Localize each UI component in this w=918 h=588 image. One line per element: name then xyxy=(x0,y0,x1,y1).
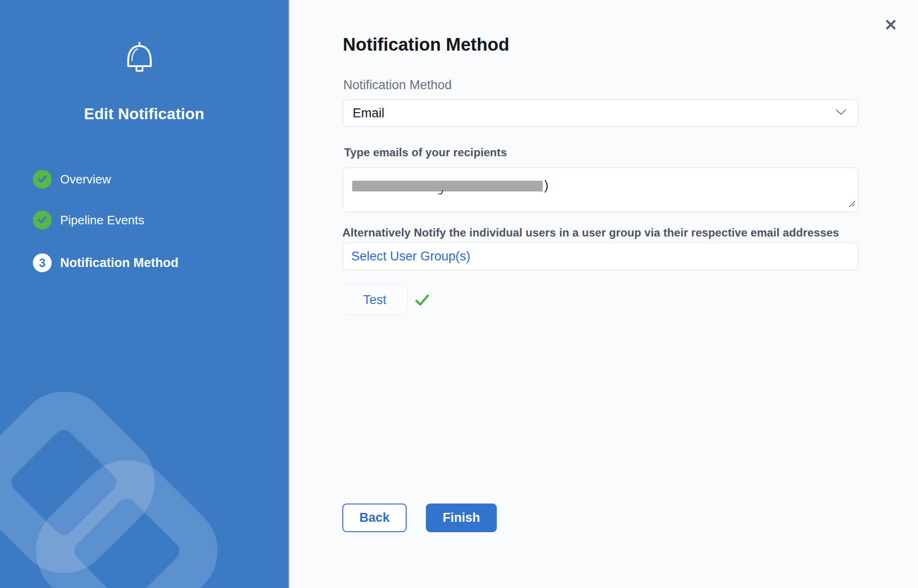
step-label: Pipeline Events xyxy=(60,213,144,228)
wizard-title: Edit Notification xyxy=(0,105,288,123)
edit-notification-modal: Edit Notification Overview Pipeline Even… xyxy=(0,0,918,588)
notification-method-panel: ✕ Notification Method Notification Metho… xyxy=(289,0,918,588)
sidebar-step-overview[interactable]: Overview xyxy=(33,170,111,189)
step-complete-icon xyxy=(33,211,52,229)
notification-bell-icon xyxy=(125,41,154,77)
back-button[interactable]: Back xyxy=(342,504,407,532)
chevron-down-icon xyxy=(835,109,847,118)
step-label: Overview xyxy=(60,172,111,187)
notification-method-label: Notification Method xyxy=(343,78,452,92)
selected-method-value: Email xyxy=(353,106,835,121)
wizard-sidebar: Edit Notification Overview Pipeline Even… xyxy=(0,0,289,588)
step-number-badge: 3 xyxy=(33,253,52,272)
page-title: Notification Method xyxy=(343,35,509,55)
step-label: Notification Method xyxy=(60,256,178,270)
sidebar-step-pipeline-events[interactable]: Pipeline Events xyxy=(33,211,144,229)
notification-method-select[interactable]: Email xyxy=(343,99,858,127)
redacted-email-value xyxy=(352,181,543,191)
select-user-groups-field[interactable]: Select User Group(s) xyxy=(343,243,858,270)
harness-logo-watermark xyxy=(0,385,263,588)
recipients-label: Type emails of your recipients xyxy=(344,146,507,159)
step-complete-icon xyxy=(33,170,52,189)
select-user-groups-link[interactable]: Select User Group(s) xyxy=(351,249,471,264)
finish-button[interactable]: Finish xyxy=(426,504,497,532)
sidebar-step-notification-method[interactable]: 3 Notification Method xyxy=(33,253,178,272)
close-icon[interactable]: ✕ xyxy=(880,14,902,36)
redacted-text-descender xyxy=(438,189,443,195)
user-group-hint-label: Alternatively Notify the individual user… xyxy=(342,226,878,239)
test-button[interactable]: Test xyxy=(342,285,408,315)
recipients-textarea[interactable]: ) xyxy=(343,168,858,212)
redacted-email-suffix: ) xyxy=(544,178,548,193)
test-success-check-icon xyxy=(415,293,430,310)
resize-handle-icon[interactable] xyxy=(848,200,856,209)
